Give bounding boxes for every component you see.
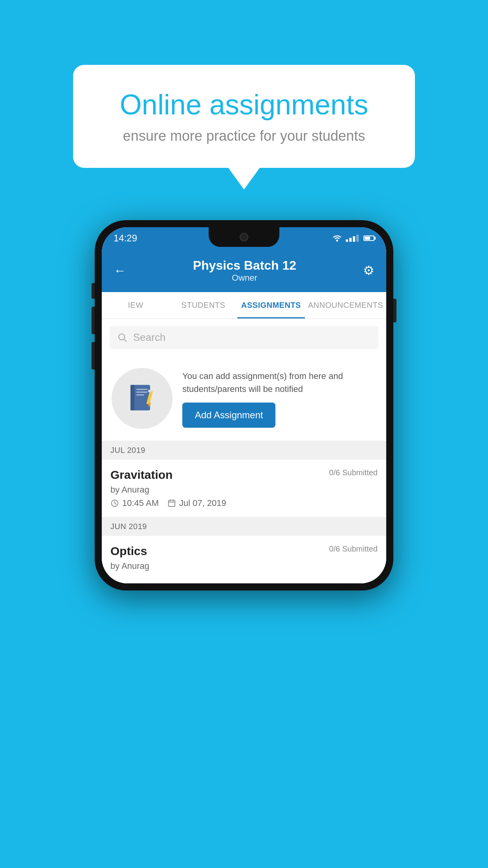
search-icon	[117, 333, 128, 343]
volume-down-button	[92, 342, 95, 370]
search-placeholder-text: Search	[133, 331, 165, 344]
speech-bubble-subtitle: ensure more practice for your students	[105, 128, 383, 144]
month-header-jul: JUL 2019	[102, 441, 386, 460]
phone-notch	[209, 227, 279, 247]
status-icons	[332, 234, 374, 242]
assignment-meta: 10:45 AM Jul 07, 2019	[110, 498, 378, 508]
svg-rect-14	[169, 500, 175, 507]
promo-text: You can add assignment(s) from here and …	[182, 370, 376, 395]
month-header-jun: JUN 2019	[102, 517, 386, 536]
assignment-submitted: 0/6 Submitted	[329, 468, 378, 477]
calendar-icon	[167, 499, 176, 508]
assignment-item-optics[interactable]: Optics 0/6 Submitted by Anurag	[102, 536, 386, 583]
assignment-date: Jul 07, 2019	[167, 498, 226, 508]
app-header: ← Physics Batch 12 Owner ⚙	[102, 249, 386, 292]
front-camera	[240, 233, 248, 241]
assignment-item-gravitation[interactable]: Gravitation 0/6 Submitted by Anurag 10:4…	[102, 460, 386, 517]
assignment-submitted-optics: 0/6 Submitted	[329, 544, 378, 554]
volume-up-button	[92, 307, 95, 334]
search-container: Search	[102, 319, 386, 356]
tab-assignments[interactable]: ASSIGNMENTS	[237, 292, 305, 318]
status-time: 14:29	[114, 233, 137, 244]
assignment-author-optics: by Anurag	[110, 561, 378, 571]
back-button[interactable]: ←	[114, 263, 126, 278]
svg-rect-7	[136, 394, 144, 395]
assignment-name-optics: Optics	[110, 544, 147, 558]
speech-bubble-tail	[228, 168, 260, 189]
volume-silent-button	[92, 283, 95, 299]
assignment-top-row: Gravitation 0/6 Submitted	[110, 468, 378, 482]
speech-bubble-container: Online assignments ensure more practice …	[73, 65, 415, 189]
tab-overview[interactable]: IEW	[102, 292, 169, 318]
battery-icon	[363, 235, 374, 241]
batch-title: Physics Batch 12	[193, 258, 296, 273]
promo-icon-circle	[112, 368, 172, 429]
wifi-icon	[332, 234, 343, 242]
assignment-top-row-optics: Optics 0/6 Submitted	[110, 544, 378, 558]
phone-frame: 14:29	[95, 220, 393, 590]
speech-bubble-title: Online assignments	[105, 88, 383, 121]
assignment-time: 10:45 AM	[110, 498, 159, 508]
promo-section: You can add assignment(s) from here and …	[102, 356, 386, 441]
svg-rect-4	[130, 385, 134, 410]
add-assignment-button[interactable]: Add Assignment	[182, 403, 275, 428]
assignment-name: Gravitation	[110, 468, 172, 482]
svg-rect-6	[136, 392, 147, 393]
search-input-wrapper[interactable]: Search	[110, 326, 378, 349]
notebook-icon	[127, 383, 158, 414]
tabs-container: IEW STUDENTS ASSIGNMENTS ANNOUNCEMENTS	[102, 292, 386, 319]
speech-bubble: Online assignments ensure more practice …	[73, 65, 415, 168]
svg-line-13	[115, 503, 116, 504]
settings-icon[interactable]: ⚙	[363, 263, 374, 278]
promo-content: You can add assignment(s) from here and …	[182, 370, 376, 428]
batch-subtitle: Owner	[193, 273, 296, 283]
tab-announcements[interactable]: ANNOUNCEMENTS	[305, 292, 386, 318]
clock-icon	[110, 499, 119, 508]
power-button	[393, 299, 396, 322]
signal-icon	[346, 235, 359, 242]
tab-students[interactable]: STUDENTS	[169, 292, 237, 318]
svg-point-0	[336, 239, 338, 241]
svg-rect-5	[136, 389, 147, 390]
phone-wrapper: 14:29	[95, 220, 393, 590]
svg-line-2	[124, 339, 127, 341]
header-center: Physics Batch 12 Owner	[193, 258, 296, 283]
phone-screen: 14:29	[102, 227, 386, 583]
assignment-author: by Anurag	[110, 485, 378, 495]
